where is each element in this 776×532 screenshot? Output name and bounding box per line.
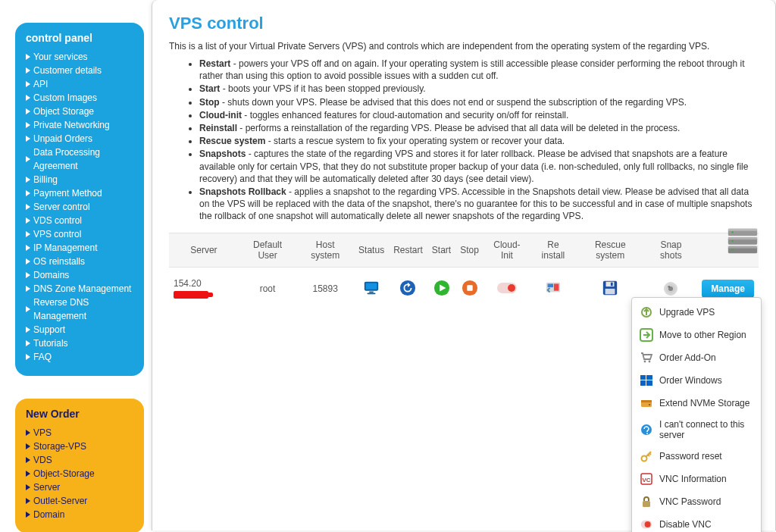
chevron-right-icon [26,190,30,196]
manage-button[interactable]: Manage [702,280,754,298]
nav-item[interactable]: VDS control [26,214,133,227]
dropdown-vnc-info[interactable]: VC VNC Information [632,468,761,490]
help-globe-icon [640,423,653,437]
dropdown-label: VNC Password [659,496,721,507]
nav-item[interactable]: Tutorials [26,336,133,350]
nav-item[interactable]: Payment Method [26,186,133,200]
dropdown-upgrade-vps[interactable]: Upgrade VPS [632,301,761,324]
col-cloud-init: Cloud-Init [483,233,530,268]
nav-item[interactable]: Custom Images [26,91,133,105]
svg-rect-35 [646,380,652,386]
nav-item[interactable]: Data Processing Agreement [26,146,133,173]
chevron-right-icon [26,457,30,463]
dropdown-label: I can't connect to this server [659,419,753,440]
nav-item[interactable]: VDS [26,453,133,467]
chevron-right-icon [26,327,30,333]
nav-item[interactable]: IP Management [26,241,133,255]
monitor-icon[interactable] [363,280,380,296]
bullet: Snapshots - captures the state of the re… [199,148,759,185]
nav-item[interactable]: Your services [26,50,133,64]
dropdown-label: Password reset [659,451,722,462]
dropdown-order-addon[interactable]: Order Add-On [632,346,761,369]
chevron-right-icon [26,245,30,251]
nav-item[interactable]: OS reinstalls [26,255,133,268]
windows-icon [640,374,653,387]
nav-item[interactable]: Private Networking [26,118,133,132]
restart-icon[interactable] [399,280,416,296]
dropdown-order-windows[interactable]: Order Windows [632,369,761,392]
dropdown-label: Upgrade VPS [659,307,715,318]
toggle-off-icon [640,518,653,531]
nav-item[interactable]: Domain [26,508,133,521]
svg-rect-20 [554,283,559,290]
dropdown-cant-connect[interactable]: I can't connect to this server [632,415,761,445]
cloud-init-toggle[interactable] [497,283,517,293]
chevron-right-icon [26,512,30,518]
bullet: Rescue system - starts a rescue system t… [199,135,759,147]
drive-icon [640,396,653,410]
rescue-icon[interactable] [602,280,618,296]
bullet: Stop - shuts down your VPS. Please be ad… [199,96,759,108]
dropdown-label: Extend NVMe Storage [659,398,749,408]
chevron-right-icon [26,286,30,292]
dropdown-vnc-password[interactable]: VNC Password [632,490,761,513]
dropdown-move-region[interactable]: Move to other Region [632,324,761,346]
svg-rect-37 [641,400,652,402]
snapshots-icon[interactable] [664,282,677,296]
dropdown-password-reset[interactable]: Password reset [632,445,761,468]
bullet: Cloud-init - toggles enhanced features f… [199,109,759,121]
nav-item[interactable]: Server control [26,200,133,214]
svg-point-40 [646,433,648,434]
nav-item[interactable]: Unpaid Orders [26,132,133,146]
manage-dropdown: Upgrade VPS Move to other Region Order A… [631,297,762,532]
reinstall-icon[interactable] [545,280,562,296]
dropdown-disable-vnc[interactable]: Disable VNC [632,513,761,532]
svg-point-8 [731,249,733,250]
chevron-right-icon [26,122,30,128]
control-panel-nav: control panel Your services Customer det… [15,23,144,376]
chevron-right-icon [26,443,30,449]
nav-item[interactable]: Storage-VPS [26,440,133,453]
nav-item[interactable]: DNS Zone Management [26,282,133,296]
bullet: Restart - powers your VPS off and on aga… [199,58,759,82]
stop-icon[interactable] [462,280,478,296]
server-ip-prefix: 154.20 [174,278,202,289]
svg-point-31 [649,361,651,363]
nav-item[interactable]: Object Storage [26,105,133,118]
col-status: Status [354,233,389,268]
cell-server: 154.20 [169,268,239,311]
start-icon[interactable] [433,280,450,296]
cell-status [354,268,389,311]
nav-item[interactable]: Server [26,480,133,494]
nav-item[interactable]: VPS control [26,227,133,241]
svg-point-30 [644,361,646,363]
svg-rect-11 [369,292,374,293]
nav-item[interactable]: Billing [26,173,133,186]
nav-item[interactable]: API [26,77,133,91]
nav-item[interactable]: VPS [26,426,133,440]
col-start: Start [427,233,455,268]
nav-item[interactable]: Outlet-Server [26,494,133,508]
chevron-right-icon [26,306,30,312]
nav-item[interactable]: Support [26,323,133,336]
chevron-right-icon [26,498,30,504]
dropdown-extend-storage[interactable]: Extend NVMe Storage [632,392,761,415]
page-title: VPS control [169,14,759,33]
col-stop: Stop [455,233,483,268]
server-stack-icon [725,224,760,261]
col-host-system: Host system [296,233,354,268]
nav-item[interactable]: Domains [26,268,133,282]
bullet: Start - boots your VPS if it has been st… [199,83,759,95]
nav-item[interactable]: FAQ [26,350,133,364]
nav-item[interactable]: Reverse DNS Management [26,296,133,323]
nav-item[interactable]: Object-Storage [26,467,133,480]
svg-rect-12 [368,293,376,294]
svg-rect-44 [643,501,650,507]
svg-rect-24 [605,289,615,294]
bullet: Snapshots Rollback - applies a snapshot … [199,186,759,223]
nav-item[interactable]: Customer details [26,64,133,77]
svg-point-39 [641,424,652,435]
new-order-list: VPS Storage-VPS VDS Object-Storage Serve… [26,426,133,521]
svg-rect-33 [646,375,652,380]
svg-rect-19 [548,283,553,287]
